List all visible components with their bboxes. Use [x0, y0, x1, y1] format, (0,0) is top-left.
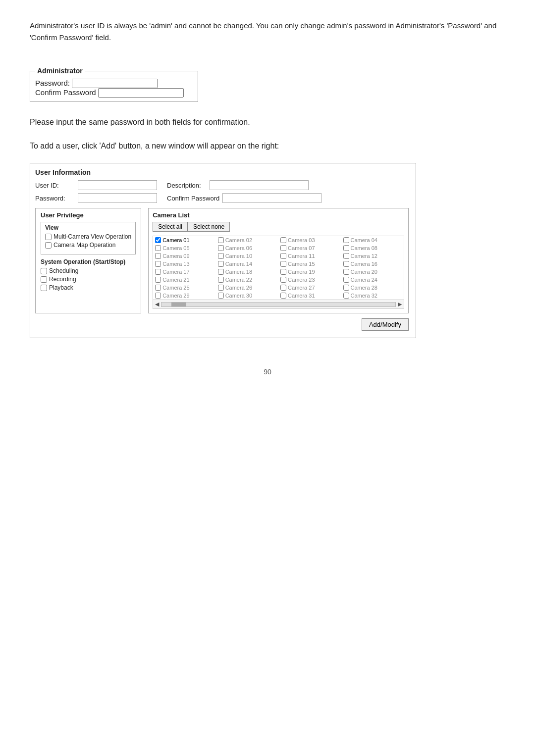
camera-checkbox-31[interactable]: [280, 293, 286, 299]
camera-label-23: Camera 23: [288, 277, 315, 283]
camera-label-22: Camera 22: [225, 277, 252, 283]
section-text-2: Please input the same password in both f…: [30, 116, 505, 129]
camera-checkbox-25[interactable]: [155, 285, 161, 291]
list-item: Camera 06: [216, 244, 278, 252]
recording-checkbox[interactable]: [41, 276, 47, 283]
list-item: Camera 26: [216, 284, 278, 292]
password-row: Password:: [35, 79, 193, 88]
camera-grid: Camera 01Camera 02Camera 03Camera 04Came…: [153, 236, 404, 300]
scroll-track[interactable]: [161, 302, 396, 307]
camera-checkbox-15[interactable]: [280, 261, 286, 267]
camera-label-28: Camera 28: [351, 285, 377, 291]
camera-checkbox-27[interactable]: [280, 285, 286, 291]
camera-checkbox-9[interactable]: [155, 253, 161, 259]
camera-list-box: Camera List Select all Select none Camer…: [148, 208, 409, 313]
camera-label-24: Camera 24: [351, 277, 377, 283]
camera-checkbox-5[interactable]: [155, 245, 161, 251]
add-modify-button[interactable]: Add/Modify: [362, 318, 409, 331]
camera-label-12: Camera 12: [351, 253, 377, 259]
camera-checkbox-14[interactable]: [218, 261, 224, 267]
camera-label-18: Camera 18: [225, 269, 252, 275]
playback-row: Playback: [41, 284, 136, 291]
camera-label-14: Camera 14: [225, 261, 252, 267]
list-item: Camera 29: [153, 292, 215, 300]
confirm-password-row: Confirm Password: [35, 88, 193, 98]
camera-grid-container[interactable]: Camera 01Camera 02Camera 03Camera 04Came…: [153, 236, 404, 309]
camera-label-19: Camera 19: [288, 269, 315, 275]
list-item: Camera 25: [153, 284, 215, 292]
camera-checkbox-32[interactable]: [343, 293, 349, 299]
confirm-pw-input[interactable]: [222, 193, 321, 203]
list-item: Camera 22: [216, 276, 278, 284]
camera-map-label: Camera Map Operation: [54, 242, 115, 249]
camera-checkbox-4[interactable]: [343, 237, 349, 243]
camera-checkbox-24[interactable]: [343, 277, 349, 283]
camera-checkbox-1[interactable]: [155, 237, 161, 243]
list-item: Camera 01: [153, 236, 215, 244]
scroll-left-arrow[interactable]: ◀: [155, 301, 159, 307]
camera-list-title: Camera List: [153, 211, 404, 219]
list-item: Camera 02: [216, 236, 278, 244]
camera-label-16: Camera 16: [351, 261, 377, 267]
admin-fieldset: Administrator Password: Confirm Password: [30, 67, 198, 102]
camera-label-21: Camera 21: [162, 277, 189, 283]
camera-checkbox-30[interactable]: [218, 293, 224, 299]
select-buttons: Select all Select none: [153, 222, 404, 232]
view-title: View: [45, 224, 131, 231]
admin-password-input[interactable]: [72, 79, 158, 88]
camera-checkbox-13[interactable]: [155, 261, 161, 267]
camera-label-6: Camera 06: [225, 245, 252, 251]
camera-checkbox-3[interactable]: [280, 237, 286, 243]
camera-map-row: Camera Map Operation: [45, 242, 131, 249]
user-password-input[interactable]: [78, 193, 157, 203]
camera-map-checkbox[interactable]: [45, 242, 52, 249]
camera-label-17: Camera 17: [162, 269, 189, 275]
select-all-button[interactable]: Select all: [153, 222, 188, 232]
user-id-row: User ID:: [35, 180, 157, 190]
camera-checkbox-11[interactable]: [280, 253, 286, 259]
multi-camera-checkbox[interactable]: [45, 234, 52, 240]
description-input[interactable]: [210, 180, 309, 190]
camera-checkbox-26[interactable]: [218, 285, 224, 291]
confirm-pw-label: Confirm Password: [167, 195, 219, 202]
scheduling-checkbox[interactable]: [41, 268, 47, 274]
camera-checkbox-19[interactable]: [280, 269, 286, 275]
camera-label-29: Camera 29: [162, 293, 189, 299]
camera-checkbox-17[interactable]: [155, 269, 161, 275]
list-item: Camera 04: [341, 236, 404, 244]
camera-checkbox-29[interactable]: [155, 293, 161, 299]
select-none-button[interactable]: Select none: [188, 222, 230, 232]
list-item: Camera 23: [278, 276, 341, 284]
camera-checkbox-22[interactable]: [218, 277, 224, 283]
list-item: Camera 12: [341, 252, 404, 260]
camera-label-1: Camera 01: [162, 237, 189, 243]
list-item: Camera 05: [153, 244, 215, 252]
camera-checkbox-28[interactable]: [343, 285, 349, 291]
camera-checkbox-16[interactable]: [343, 261, 349, 267]
admin-confirm-password-input[interactable]: [98, 88, 184, 98]
scroll-right-arrow[interactable]: ▶: [398, 301, 402, 307]
camera-checkbox-20[interactable]: [343, 269, 349, 275]
admin-legend: Administrator: [35, 67, 85, 75]
camera-label-31: Camera 31: [288, 293, 315, 299]
camera-checkbox-8[interactable]: [343, 245, 349, 251]
camera-checkbox-21[interactable]: [155, 277, 161, 283]
list-item: Camera 19: [278, 268, 341, 276]
list-item: Camera 11: [278, 252, 341, 260]
user-id-input[interactable]: [78, 180, 157, 190]
camera-checkbox-23[interactable]: [280, 277, 286, 283]
camera-label-2: Camera 02: [225, 237, 252, 243]
camera-checkbox-18[interactable]: [218, 269, 224, 275]
camera-label-25: Camera 25: [162, 285, 189, 291]
camera-checkbox-7[interactable]: [280, 245, 286, 251]
list-item: Camera 32: [341, 292, 404, 300]
camera-checkbox-10[interactable]: [218, 253, 224, 259]
camera-checkbox-6[interactable]: [218, 245, 224, 251]
system-op-title: System Operation (Start/Stop): [41, 258, 136, 265]
page-number: 90: [30, 368, 505, 376]
description-row: Description:: [167, 180, 321, 190]
list-item: Camera 07: [278, 244, 341, 252]
camera-checkbox-2[interactable]: [218, 237, 224, 243]
camera-checkbox-12[interactable]: [343, 253, 349, 259]
playback-checkbox[interactable]: [41, 285, 47, 291]
